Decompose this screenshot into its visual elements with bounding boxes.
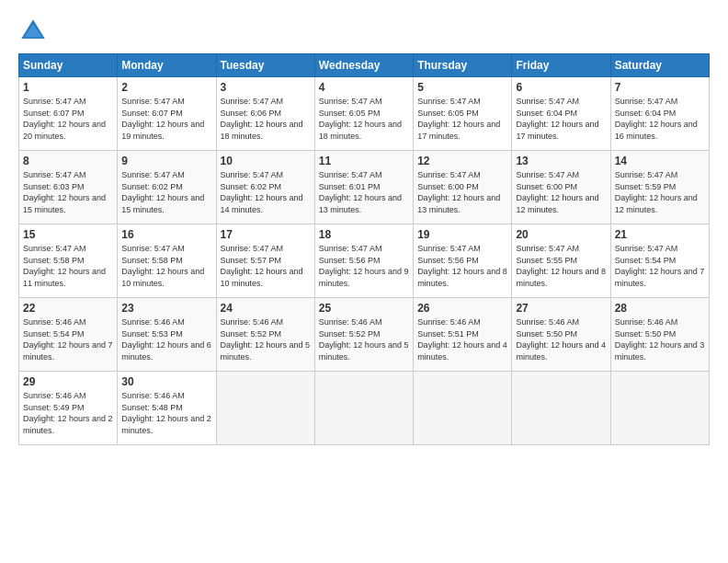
day-number: 29 — [23, 375, 113, 388]
calendar-cell: 10Sunrise: 5:47 AMSunset: 6:02 PMDayligh… — [216, 151, 314, 224]
calendar-cell: 26Sunrise: 5:46 AMSunset: 5:51 PMDayligh… — [414, 298, 512, 372]
day-info: Sunrise: 5:47 AMSunset: 5:58 PMDaylight:… — [121, 243, 211, 289]
day-number: 9 — [121, 155, 211, 167]
logo — [18, 17, 51, 46]
day-number: 24 — [221, 302, 311, 315]
day-info: Sunrise: 5:47 AMSunset: 6:03 PMDaylight:… — [23, 169, 113, 215]
day-info: Sunrise: 5:47 AMSunset: 6:00 PMDaylight:… — [516, 169, 606, 215]
day-number: 10 — [221, 155, 311, 167]
header — [18, 17, 710, 46]
day-info: Sunrise: 5:47 AMSunset: 5:57 PMDaylight:… — [221, 243, 311, 289]
calendar-cell: 14Sunrise: 5:47 AMSunset: 5:59 PMDayligh… — [610, 151, 709, 224]
calendar-cell: 19Sunrise: 5:47 AMSunset: 5:56 PMDayligh… — [414, 224, 512, 298]
calendar-cell — [314, 372, 413, 445]
day-number: 11 — [319, 155, 409, 167]
day-number: 19 — [417, 228, 507, 241]
calendar-cell — [414, 372, 512, 445]
day-info: Sunrise: 5:46 AMSunset: 5:53 PMDaylight:… — [121, 316, 211, 362]
calendar-cell: 17Sunrise: 5:47 AMSunset: 5:57 PMDayligh… — [216, 224, 314, 298]
calendar-cell: 27Sunrise: 5:46 AMSunset: 5:50 PMDayligh… — [512, 298, 610, 372]
calendar-table: SundayMondayTuesdayWednesdayThursdayFrid… — [18, 53, 710, 445]
calendar-cell: 25Sunrise: 5:46 AMSunset: 5:52 PMDayligh… — [314, 298, 413, 372]
day-number: 25 — [319, 302, 409, 315]
calendar-week-2: 8Sunrise: 5:47 AMSunset: 6:03 PMDaylight… — [19, 151, 710, 224]
calendar-cell: 5Sunrise: 5:47 AMSunset: 6:05 PMDaylight… — [414, 77, 512, 151]
weekday-header-thursday: Thursday — [414, 54, 512, 77]
day-number: 4 — [319, 81, 409, 94]
day-info: Sunrise: 5:47 AMSunset: 5:58 PMDaylight:… — [23, 243, 113, 289]
day-number: 22 — [23, 302, 113, 315]
day-info: Sunrise: 5:47 AMSunset: 5:54 PMDaylight:… — [615, 243, 705, 289]
day-info: Sunrise: 5:47 AMSunset: 6:01 PMDaylight:… — [319, 169, 409, 215]
day-number: 27 — [516, 302, 606, 315]
day-number: 21 — [615, 228, 705, 241]
calendar-cell — [216, 372, 314, 445]
day-info: Sunrise: 5:47 AMSunset: 6:00 PMDaylight:… — [417, 169, 507, 215]
day-info: Sunrise: 5:47 AMSunset: 5:55 PMDaylight:… — [516, 243, 606, 289]
calendar-week-4: 22Sunrise: 5:46 AMSunset: 5:54 PMDayligh… — [19, 298, 710, 372]
day-number: 7 — [615, 81, 705, 94]
day-info: Sunrise: 5:47 AMSunset: 6:06 PMDaylight:… — [221, 96, 311, 142]
calendar-cell: 9Sunrise: 5:47 AMSunset: 6:02 PMDaylight… — [118, 151, 216, 224]
weekday-header-monday: Monday — [118, 54, 216, 77]
day-info: Sunrise: 5:46 AMSunset: 5:50 PMDaylight:… — [615, 316, 705, 362]
day-number: 14 — [615, 155, 705, 167]
day-number: 2 — [121, 81, 211, 94]
calendar-cell: 7Sunrise: 5:47 AMSunset: 6:04 PMDaylight… — [610, 77, 709, 151]
day-info: Sunrise: 5:47 AMSunset: 6:02 PMDaylight:… — [221, 169, 311, 215]
calendar-cell: 22Sunrise: 5:46 AMSunset: 5:54 PMDayligh… — [19, 298, 118, 372]
day-info: Sunrise: 5:47 AMSunset: 6:05 PMDaylight:… — [319, 96, 409, 142]
day-number: 8 — [23, 155, 113, 167]
day-number: 28 — [615, 302, 705, 315]
calendar-cell: 2Sunrise: 5:47 AMSunset: 6:07 PMDaylight… — [118, 77, 216, 151]
logo-icon — [18, 17, 48, 46]
weekday-header-tuesday: Tuesday — [216, 54, 314, 77]
weekday-header-row: SundayMondayTuesdayWednesdayThursdayFrid… — [19, 54, 710, 77]
day-number: 13 — [516, 155, 606, 167]
weekday-header-sunday: Sunday — [19, 54, 118, 77]
calendar-week-3: 15Sunrise: 5:47 AMSunset: 5:58 PMDayligh… — [19, 224, 710, 298]
calendar-cell: 29Sunrise: 5:46 AMSunset: 5:49 PMDayligh… — [19, 372, 118, 445]
day-info: Sunrise: 5:47 AMSunset: 5:56 PMDaylight:… — [319, 243, 409, 289]
day-info: Sunrise: 5:47 AMSunset: 6:07 PMDaylight:… — [121, 96, 211, 142]
day-number: 5 — [417, 81, 507, 94]
day-number: 18 — [319, 228, 409, 241]
day-info: Sunrise: 5:46 AMSunset: 5:52 PMDaylight:… — [221, 316, 311, 362]
calendar-cell: 23Sunrise: 5:46 AMSunset: 5:53 PMDayligh… — [118, 298, 216, 372]
calendar-cell: 21Sunrise: 5:47 AMSunset: 5:54 PMDayligh… — [610, 224, 709, 298]
day-info: Sunrise: 5:46 AMSunset: 5:52 PMDaylight:… — [319, 316, 409, 362]
calendar-cell: 18Sunrise: 5:47 AMSunset: 5:56 PMDayligh… — [314, 224, 413, 298]
day-number: 16 — [121, 228, 211, 241]
calendar-cell: 3Sunrise: 5:47 AMSunset: 6:06 PMDaylight… — [216, 77, 314, 151]
calendar-cell — [512, 372, 610, 445]
calendar-cell: 12Sunrise: 5:47 AMSunset: 6:00 PMDayligh… — [414, 151, 512, 224]
weekday-header-saturday: Saturday — [610, 54, 709, 77]
day-info: Sunrise: 5:47 AMSunset: 6:07 PMDaylight:… — [23, 96, 113, 142]
calendar-cell: 16Sunrise: 5:47 AMSunset: 5:58 PMDayligh… — [118, 224, 216, 298]
day-info: Sunrise: 5:46 AMSunset: 5:48 PMDaylight:… — [121, 390, 211, 436]
calendar-cell: 13Sunrise: 5:47 AMSunset: 6:00 PMDayligh… — [512, 151, 610, 224]
calendar-cell: 15Sunrise: 5:47 AMSunset: 5:58 PMDayligh… — [19, 224, 118, 298]
day-info: Sunrise: 5:47 AMSunset: 5:59 PMDaylight:… — [615, 169, 705, 215]
day-info: Sunrise: 5:46 AMSunset: 5:51 PMDaylight:… — [417, 316, 507, 362]
calendar-cell — [610, 372, 709, 445]
day-number: 20 — [516, 228, 606, 241]
page: SundayMondayTuesdayWednesdayThursdayFrid… — [0, 0, 728, 454]
day-number: 6 — [516, 81, 606, 94]
day-info: Sunrise: 5:47 AMSunset: 6:02 PMDaylight:… — [121, 169, 211, 215]
calendar-week-1: 1Sunrise: 5:47 AMSunset: 6:07 PMDaylight… — [19, 77, 710, 151]
day-number: 12 — [417, 155, 507, 167]
weekday-header-friday: Friday — [512, 54, 610, 77]
day-info: Sunrise: 5:47 AMSunset: 5:56 PMDaylight:… — [417, 243, 507, 289]
day-number: 23 — [121, 302, 211, 315]
day-info: Sunrise: 5:47 AMSunset: 6:04 PMDaylight:… — [516, 96, 606, 142]
day-info: Sunrise: 5:46 AMSunset: 5:49 PMDaylight:… — [23, 390, 113, 436]
calendar-cell: 4Sunrise: 5:47 AMSunset: 6:05 PMDaylight… — [314, 77, 413, 151]
day-info: Sunrise: 5:47 AMSunset: 6:05 PMDaylight:… — [417, 96, 507, 142]
day-number: 3 — [221, 81, 311, 94]
calendar-cell: 6Sunrise: 5:47 AMSunset: 6:04 PMDaylight… — [512, 77, 610, 151]
day-info: Sunrise: 5:47 AMSunset: 6:04 PMDaylight:… — [615, 96, 705, 142]
day-info: Sunrise: 5:46 AMSunset: 5:50 PMDaylight:… — [516, 316, 606, 362]
day-number: 17 — [221, 228, 311, 241]
weekday-header-wednesday: Wednesday — [314, 54, 413, 77]
